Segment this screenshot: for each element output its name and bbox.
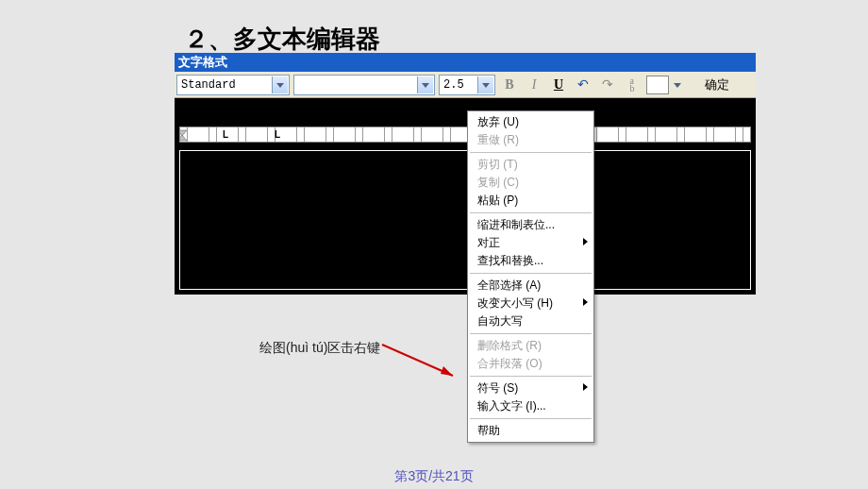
menu-remove-format: 删除格式 (R) — [468, 337, 593, 355]
page-heading: ２、多文本编辑器 — [184, 23, 380, 56]
ok-button[interactable]: 确定 — [699, 75, 735, 95]
text-editor-window: 文字格式 Standard 2.5 B I U ↶ ↷ ab 确定 L L — [175, 53, 756, 295]
menu-change-case[interactable]: 改变大小写 (H) — [468, 295, 593, 312]
svg-marker-1 — [179, 135, 187, 141]
menu-redo: 重做 (R) — [468, 131, 593, 149]
size-value: 2.5 — [443, 78, 464, 92]
menu-undo[interactable]: 放弃 (U) — [468, 113, 593, 131]
undo-button[interactable]: ↶ — [573, 75, 593, 95]
ruler-ticks — [180, 127, 750, 142]
page-footer: 第3页/共21页 — [0, 468, 868, 485]
bold-button[interactable]: B — [499, 75, 520, 95]
menu-justify[interactable]: 对正 — [468, 234, 593, 252]
font-combo[interactable] — [293, 75, 435, 95]
titlebar: 文字格式 — [175, 53, 756, 72]
style-combo[interactable]: Standard — [176, 75, 290, 95]
style-value: Standard — [181, 78, 236, 92]
color-picker[interactable] — [646, 76, 684, 94]
menu-separator — [470, 418, 592, 419]
menu-paste[interactable]: 粘贴 (P) — [468, 192, 593, 210]
size-combo[interactable]: 2.5 — [439, 75, 495, 95]
menu-merge-paragraph: 合并段落 (O) — [468, 355, 593, 373]
text-area[interactable] — [179, 150, 751, 290]
menu-cut: 剪切 (T) — [468, 156, 593, 174]
svg-marker-0 — [179, 130, 187, 136]
submenu-arrow-icon — [583, 238, 588, 245]
tab-stop-icon: L — [223, 129, 228, 140]
menu-indent[interactable]: 缩进和制表位... — [468, 216, 593, 234]
redo-button[interactable]: ↷ — [597, 75, 618, 95]
menu-autocaps[interactable]: 自动大写 — [468, 312, 593, 330]
menu-help[interactable]: 帮助 — [468, 422, 593, 440]
submenu-arrow-icon — [583, 383, 588, 391]
tab-stop-icon: L — [275, 129, 280, 140]
indent-marker-icon[interactable] — [179, 126, 187, 143]
menu-separator — [470, 212, 592, 213]
underline-button[interactable]: U — [548, 75, 569, 95]
menu-separator — [470, 273, 592, 274]
hint-text: 绘图(huì tú)区击右键 — [259, 340, 380, 357]
ruler[interactable]: L L — [179, 126, 751, 143]
editor-canvas[interactable]: L L — [175, 98, 756, 295]
submenu-arrow-icon — [583, 298, 588, 306]
color-swatch — [646, 76, 669, 94]
menu-select-all[interactable]: 全部选择 (A) — [468, 277, 593, 295]
menu-symbol[interactable]: 符号 (S) — [468, 379, 593, 397]
italic-button[interactable]: I — [524, 75, 544, 95]
svg-marker-3 — [441, 366, 453, 376]
menu-separator — [470, 152, 592, 153]
toolbar: Standard 2.5 B I U ↶ ↷ ab 确定 — [175, 72, 756, 98]
arrow-icon — [377, 340, 467, 382]
stack-button[interactable]: ab — [622, 75, 643, 95]
menu-copy: 复制 (C) — [468, 174, 593, 192]
menu-separator — [470, 376, 592, 377]
menu-input-text[interactable]: 输入文字 (I)... — [468, 397, 593, 415]
context-menu: 放弃 (U) 重做 (R) 剪切 (T) 复制 (C) 粘贴 (P) 缩进和制表… — [467, 110, 594, 443]
svg-line-2 — [382, 345, 453, 376]
menu-separator — [470, 333, 592, 334]
menu-find[interactable]: 查找和替换... — [468, 252, 593, 270]
